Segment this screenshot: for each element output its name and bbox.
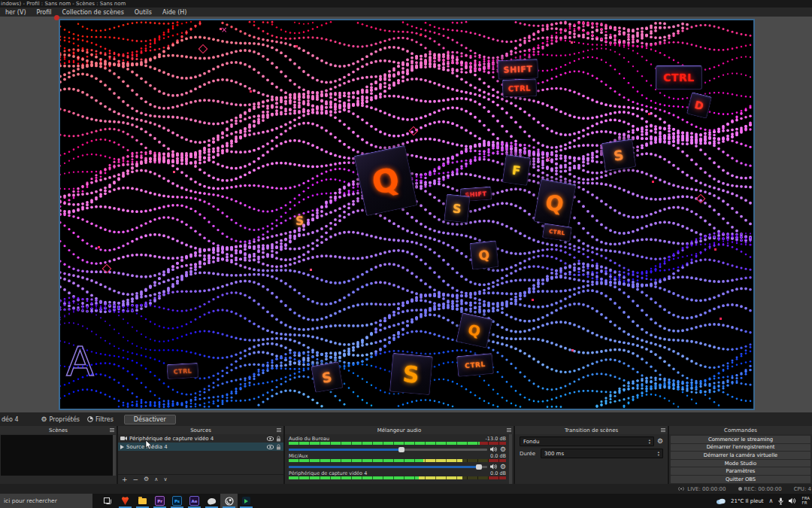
dock-menu-icon[interactable] <box>110 428 114 432</box>
deactivate-button[interactable]: Désactiver <box>124 415 176 424</box>
keycap-s: S <box>389 353 433 396</box>
add-source-button[interactable]: + <box>122 475 128 484</box>
lock-icon[interactable] <box>276 444 281 450</box>
stepper-icon[interactable]: ▴▾ <box>658 451 659 456</box>
transitions-dock-title: Transition de scènes <box>565 427 618 433</box>
microphone-icon[interactable] <box>778 497 783 505</box>
keycap-q: Q <box>469 240 499 270</box>
source-properties-button[interactable]: ⚙ <box>144 475 149 484</box>
mixer-scrollbar[interactable] <box>509 434 512 484</box>
gear-icon[interactable]: ⚙ <box>657 438 663 445</box>
lock-icon[interactable] <box>276 436 281 442</box>
volume-meter <box>289 459 506 462</box>
track-db: -13.0 dB <box>486 436 506 442</box>
keycap-ctrl: CTRL <box>656 65 702 90</box>
filter-icon <box>87 416 93 422</box>
taskbar-search-input[interactable]: ici pour rechercher <box>0 494 92 508</box>
active-source-name: déo 4 <box>2 416 19 423</box>
media-icon <box>120 445 124 449</box>
settings-button[interactable]: Paramètres <box>671 467 810 475</box>
menu-tools[interactable]: Outils <box>129 9 157 16</box>
menu-bar: her (V) Profil Collection de scènes Outi… <box>0 8 812 17</box>
source-row-capture-device[interactable]: Périphérique de capture vidéo 4 <box>118 434 283 443</box>
transition-select[interactable]: Fondu ▴▾ <box>520 437 654 446</box>
track-name: Mic/Aux <box>289 453 308 459</box>
gear-icon[interactable]: ⚙ <box>500 464 506 470</box>
live-status: LIVE: 00:00:00 <box>677 486 726 492</box>
brave-icon[interactable] <box>117 494 134 508</box>
keycap-d: D <box>686 92 712 119</box>
eye-icon[interactable] <box>267 445 274 449</box>
keycap-q: Q <box>533 178 576 227</box>
keycap-s: S <box>290 211 310 231</box>
scenes-list[interactable] <box>1 435 116 476</box>
volume-meter <box>289 442 506 445</box>
windows-taskbar: ici pour rechercher Pr Ps Ae <box>0 494 812 508</box>
volume-slider[interactable] <box>289 449 487 451</box>
eye-icon[interactable] <box>267 437 274 441</box>
file-explorer-icon[interactable] <box>134 494 151 508</box>
track-db: 0.0 dB <box>490 470 506 476</box>
filters-button[interactable]: Filtres <box>87 416 114 423</box>
task-view-icon[interactable] <box>99 494 117 508</box>
speaker-icon[interactable] <box>490 446 497 452</box>
dock-menu-icon[interactable] <box>661 428 665 432</box>
start-streaming-button[interactable]: Commencer le streaming <box>671 436 810 443</box>
mixer-track-capture-device: Périphérique de capture vidéo 4 0.0 dB <box>289 470 506 479</box>
remove-source-button[interactable]: − <box>133 475 139 484</box>
audio-mixer-dock: Mélangeur audio Audio du Bureau -13.0 dB <box>285 426 514 484</box>
menu-view[interactable]: her (V) <box>0 9 32 16</box>
start-recording-button[interactable]: Démarrer l'enregistrement <box>671 444 810 452</box>
move-source-down-button[interactable]: ∨ <box>163 475 167 484</box>
keycap-shift: SHIFT <box>498 59 539 80</box>
gear-icon: ⚙ <box>41 416 47 423</box>
keycap-q: Q <box>353 145 418 217</box>
broadcast-icon <box>677 486 685 491</box>
studio-mode-button[interactable]: Mode Studio <box>671 460 810 467</box>
properties-button[interactable]: ⚙ Propriétés <box>41 416 80 423</box>
gear-icon[interactable]: ⚙ <box>500 446 506 453</box>
tray-expand-icon[interactable]: ∧ <box>769 497 774 504</box>
language-indicator[interactable]: FRA FR <box>801 497 810 505</box>
docks-row: Scènes Sources Périphérique de capture v… <box>0 426 812 484</box>
photoshop-icon[interactable]: Ps <box>168 494 186 508</box>
quit-obs-button[interactable]: Quitter OBS <box>671 476 810 483</box>
video-preview[interactable]: SHIFTCTRLCTRLDSQFSHIFTSQCTRLSQQCTRLSSCTR… <box>59 19 755 410</box>
keycap-ctrl: CTRL <box>456 353 494 377</box>
duration-field[interactable]: 300 ms ▴▾ <box>541 449 663 458</box>
move-source-up-button[interactable]: ∧ <box>154 475 158 484</box>
menu-scene-collection[interactable]: Collection de scènes <box>57 9 129 16</box>
obs-icon[interactable] <box>220 494 238 508</box>
source-row-media-source[interactable]: Source média 4 <box>118 443 283 451</box>
camera-icon <box>120 436 127 441</box>
source-toolbar: déo 4 ⚙ Propriétés Filtres Désactiver <box>0 412 812 426</box>
volume-meter <box>289 476 506 479</box>
status-bar: LIVE: 00:00:00 REC: 00:00:00 CPU: 4 <box>0 484 812 494</box>
scenes-scrollbar[interactable] <box>113 435 116 476</box>
menu-help[interactable]: Aide (H) <box>157 9 192 16</box>
start-virtual-camera-button[interactable]: Démarrer la caméra virtuelle <box>671 452 810 459</box>
green-arrow-app-icon[interactable] <box>238 494 255 508</box>
rec-status: REC: 00:00:00 <box>738 486 782 492</box>
track-name: Audio du Bureau <box>289 436 329 442</box>
screen: { "title_bar": { "title": "indows) - Pro… <box>0 0 812 508</box>
main-area: SHIFTCTRLCTRLDSQFSHIFTSQCTRLSQQCTRLSSCTR… <box>0 17 812 412</box>
scenes-dock-title: Scènes <box>49 427 68 433</box>
dock-menu-icon[interactable] <box>507 428 511 432</box>
menu-profile[interactable]: Profil <box>32 9 57 16</box>
mixer-dock-title: Mélangeur audio <box>377 427 422 433</box>
weather-text[interactable]: 21°C Il pleut <box>731 498 764 504</box>
volume-icon[interactable] <box>789 497 796 504</box>
mixer-track-desktop-audio: Audio du Bureau -13.0 dB ⚙ <box>289 436 506 453</box>
speaker-icon[interactable] <box>490 464 497 470</box>
sources-dock-title: Sources <box>190 427 211 433</box>
after-effects-icon[interactable]: Ae <box>186 494 203 508</box>
volume-slider[interactable] <box>289 466 487 468</box>
dock-menu-icon[interactable] <box>277 428 281 432</box>
track-name: Périphérique de capture vidéo 4 <box>289 470 367 476</box>
keycap-s: S <box>444 193 471 223</box>
white-app-icon[interactable] <box>203 494 220 508</box>
premiere-icon[interactable]: Pr <box>151 494 168 508</box>
keycap-f: F <box>502 154 532 186</box>
record-dot-icon <box>738 487 742 491</box>
